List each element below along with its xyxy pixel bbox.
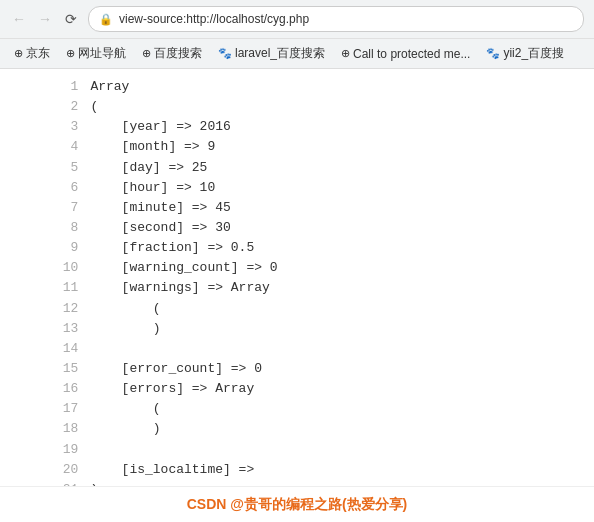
line-content: [hour] => 10 [90,178,594,198]
code-content: 1Array2(3 [year] => 20164 [month] => 95 … [0,69,594,487]
table-row: 17 ( [0,399,594,419]
bookmark-icon-call: ⊕ [341,47,350,60]
bookmark-icon-jd: ⊕ [14,47,23,60]
table-row: 7 [minute] => 45 [0,198,594,218]
line-number: 11 [0,278,90,298]
table-row: 14 [0,339,594,359]
bookmark-nav[interactable]: ⊕ 网址导航 [60,43,132,64]
line-content [90,440,594,460]
lock-icon: 🔒 [99,13,113,26]
bookmark-yii2[interactable]: 🐾 yii2_百度搜 [480,43,570,64]
line-content: [minute] => 45 [90,198,594,218]
line-content: [year] => 2016 [90,117,594,137]
url-text: view-source:http://localhost/cyg.php [119,12,309,26]
reload-button[interactable]: ⟳ [62,10,80,28]
table-row: 16 [errors] => Array [0,379,594,399]
footer-watermark: CSDN @贵哥的编程之路(热爱分享) [0,486,594,522]
line-number: 3 [0,117,90,137]
code-table: 1Array2(3 [year] => 20164 [month] => 95 … [0,77,594,487]
table-row: 3 [year] => 2016 [0,117,594,137]
table-row: 2( [0,97,594,117]
bookmark-icon-baidu: ⊕ [142,47,151,60]
table-row: 1Array [0,77,594,97]
line-content: ) [90,419,594,439]
table-row: 4 [month] => 9 [0,137,594,157]
line-number: 1 [0,77,90,97]
line-content: [error_count] => 0 [90,359,594,379]
line-number: 2 [0,97,90,117]
bookmark-icon-nav: ⊕ [66,47,75,60]
address-bar[interactable]: 🔒 view-source:http://localhost/cyg.php [88,6,584,32]
bookmarks-bar: ⊕ 京东 ⊕ 网址导航 ⊕ 百度搜索 🐾 laravel_百度搜索 ⊕ Call… [0,38,594,68]
table-row: 18 ) [0,419,594,439]
line-content: [warning_count] => 0 [90,258,594,278]
bookmark-jd[interactable]: ⊕ 京东 [8,43,56,64]
browser-chrome: ← → ⟳ 🔒 view-source:http://localhost/cyg… [0,0,594,69]
table-row: 8 [second] => 30 [0,218,594,238]
table-row: 15 [error_count] => 0 [0,359,594,379]
line-content: [month] => 9 [90,137,594,157]
bookmark-icon-yii2: 🐾 [486,47,500,60]
bookmark-label-yii2: yii2_百度搜 [503,45,564,62]
line-content: [errors] => Array [90,379,594,399]
bookmark-label-nav: 网址导航 [78,45,126,62]
line-number: 19 [0,440,90,460]
bookmark-label-baidu: 百度搜索 [154,45,202,62]
line-number: 18 [0,419,90,439]
line-number: 7 [0,198,90,218]
line-content: [day] => 25 [90,158,594,178]
table-row: 10 [warning_count] => 0 [0,258,594,278]
back-button[interactable]: ← [10,10,28,28]
line-number: 14 [0,339,90,359]
bookmark-call[interactable]: ⊕ Call to protected me... [335,45,476,63]
bookmark-label-call: Call to protected me... [353,47,470,61]
line-content: Array [90,77,594,97]
table-row: 12 ( [0,299,594,319]
line-number: 20 [0,460,90,480]
line-content: [warnings] => Array [90,278,594,298]
line-number: 10 [0,258,90,278]
table-row: 20 [is_localtime] => [0,460,594,480]
line-content: [fraction] => 0.5 [90,238,594,258]
line-number: 16 [0,379,90,399]
line-number: 15 [0,359,90,379]
browser-nav: ← → ⟳ 🔒 view-source:http://localhost/cyg… [0,0,594,38]
line-number: 4 [0,137,90,157]
table-row: 19 [0,440,594,460]
line-number: 13 [0,319,90,339]
line-content: ( [90,399,594,419]
line-content: ( [90,97,594,117]
line-content: [is_localtime] => [90,460,594,480]
line-content: ) [90,319,594,339]
forward-button[interactable]: → [36,10,54,28]
table-row: 9 [fraction] => 0.5 [0,238,594,258]
line-number: 9 [0,238,90,258]
table-row: 11 [warnings] => Array [0,278,594,298]
line-number: 6 [0,178,90,198]
line-number: 5 [0,158,90,178]
bookmark-label-laravel: laravel_百度搜索 [235,45,325,62]
line-number: 12 [0,299,90,319]
bookmark-label-jd: 京东 [26,45,50,62]
bookmark-laravel[interactable]: 🐾 laravel_百度搜索 [212,43,331,64]
table-row: 5 [day] => 25 [0,158,594,178]
line-content: [second] => 30 [90,218,594,238]
table-row: 6 [hour] => 10 [0,178,594,198]
line-content: ( [90,299,594,319]
line-number: 17 [0,399,90,419]
bookmark-baidu[interactable]: ⊕ 百度搜索 [136,43,208,64]
line-number: 8 [0,218,90,238]
watermark-text: CSDN @贵哥的编程之路(热爱分享) [187,496,408,514]
bookmark-icon-laravel: 🐾 [218,47,232,60]
line-content [90,339,594,359]
table-row: 13 ) [0,319,594,339]
